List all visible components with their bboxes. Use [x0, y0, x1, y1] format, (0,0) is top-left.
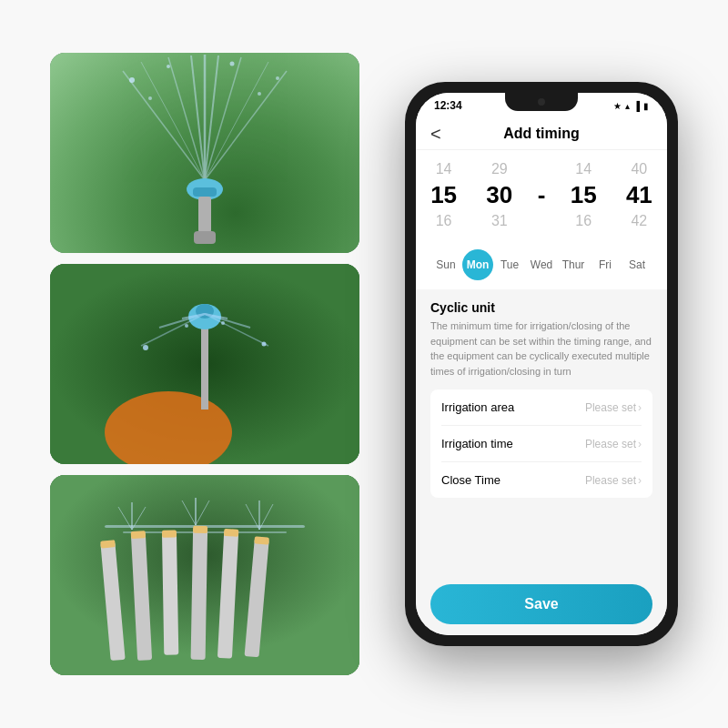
- svg-rect-57: [254, 536, 269, 544]
- end-minute-below: 42: [616, 213, 662, 229]
- svg-rect-11: [198, 197, 211, 233]
- days-row: Sun Mon Tue Wed Thur Fri Sat: [430, 249, 652, 280]
- close-time-row[interactable]: Close Time Please set ›: [441, 462, 642, 498]
- chevron-icon-1: ›: [638, 438, 642, 450]
- content-area: Cyclic unit The minimum time for irrigat…: [416, 289, 667, 573]
- svg-point-15: [230, 62, 235, 66]
- camera-dot: [538, 98, 545, 106]
- svg-point-31: [262, 342, 267, 347]
- spray-svg: [50, 53, 359, 253]
- day-sat[interactable]: Sat: [622, 249, 652, 280]
- svg-point-32: [185, 324, 188, 328]
- time-picker[interactable]: 14 29 14 40 15 30 - 15 41: [416, 150, 667, 240]
- svg-line-3: [191, 56, 205, 180]
- svg-rect-53: [193, 526, 207, 533]
- end-hour-above: 14: [561, 161, 606, 177]
- start-hour-active[interactable]: 15: [421, 181, 467, 209]
- photo-pipes-bot: [50, 475, 359, 675]
- day-mon[interactable]: Mon: [462, 249, 493, 280]
- irrigation-time-label: Irrigation time: [441, 437, 513, 450]
- day-fri[interactable]: Fri: [590, 249, 621, 280]
- svg-rect-12: [194, 231, 216, 244]
- start-hour-below: 16: [421, 213, 467, 229]
- svg-point-33: [221, 321, 225, 325]
- svg-rect-47: [100, 540, 116, 548]
- end-minute-active[interactable]: 41: [616, 181, 662, 209]
- svg-line-8: [205, 71, 287, 180]
- irrigation-time-row[interactable]: Irrigation time Please set ›: [441, 426, 642, 462]
- settings-list: Irrigation area Please set › Irrigation …: [430, 389, 652, 498]
- svg-point-13: [129, 77, 135, 83]
- signal-icon: ▐: [633, 101, 640, 111]
- phone-shell: 12:34 ★ ▴ ▐ ▮ < Add timing: [405, 82, 678, 646]
- svg-line-1: [141, 62, 205, 180]
- irrigation-area-row[interactable]: Irrigation area Please set ›: [441, 389, 642, 426]
- start-minute-below: 31: [477, 213, 522, 229]
- svg-point-18: [258, 92, 261, 96]
- days-section: Sun Mon Tue Wed Thur Fri Sat: [416, 240, 667, 289]
- wifi-icon: ▴: [625, 101, 630, 111]
- svg-line-5: [205, 56, 218, 180]
- bluetooth-icon: ★: [613, 101, 622, 111]
- photo-drip-mid: [50, 264, 359, 464]
- day-tue[interactable]: Tue: [494, 249, 525, 280]
- back-button[interactable]: <: [430, 124, 441, 145]
- close-time-value: Please set ›: [585, 474, 642, 487]
- cyclic-title: Cyclic unit: [430, 300, 652, 315]
- svg-rect-49: [131, 531, 146, 539]
- phone-mockup: 12:34 ★ ▴ ▐ ▮ < Add timing: [405, 82, 678, 646]
- svg-point-30: [143, 345, 148, 350]
- end-hour-active[interactable]: 15: [561, 181, 606, 209]
- battery-icon: ▮: [643, 101, 649, 111]
- day-thur[interactable]: Thur: [558, 249, 589, 280]
- irrigation-time-value: Please set ›: [585, 438, 642, 450]
- save-section: Save: [416, 573, 667, 635]
- end-hour-below: 16: [561, 213, 606, 229]
- mid-spray-svg: [50, 264, 359, 464]
- photo-sprinkler-top: [50, 53, 359, 253]
- svg-line-6: [205, 57, 241, 180]
- svg-rect-52: [191, 528, 208, 660]
- svg-rect-55: [224, 529, 238, 537]
- start-hour-above: 14: [421, 161, 467, 177]
- svg-rect-50: [162, 532, 178, 655]
- svg-line-0: [123, 71, 205, 180]
- time-row-above: 14 29 14 40: [416, 159, 667, 179]
- chevron-icon-2: ›: [638, 474, 642, 487]
- bot-pipes-svg: [50, 475, 359, 675]
- start-minute-active[interactable]: 30: [477, 181, 522, 209]
- irrigation-area-value: Please set ›: [585, 401, 642, 414]
- phone-screen: 12:34 ★ ▴ ▐ ▮ < Add timing: [416, 93, 667, 635]
- photos-column: [50, 53, 359, 675]
- svg-point-14: [167, 65, 170, 68]
- irrigation-area-label: Irrigation area: [441, 400, 514, 414]
- time-row-below: 16 31 16 42: [416, 211, 667, 231]
- day-wed[interactable]: Wed: [526, 249, 557, 280]
- save-button[interactable]: Save: [430, 584, 652, 624]
- cyclic-description: The minimum time for irrigation/closing …: [430, 318, 652, 379]
- svg-rect-10: [193, 187, 217, 197]
- status-icons: ★ ▴ ▐ ▮: [613, 101, 649, 111]
- header-title: Add timing: [503, 126, 580, 142]
- svg-rect-21: [201, 318, 208, 410]
- app-header: < Add timing: [416, 118, 667, 150]
- svg-line-2: [168, 57, 205, 180]
- main-container: 12:34 ★ ▴ ▐ ▮ < Add timing: [0, 0, 728, 728]
- chevron-icon-0: ›: [638, 401, 642, 414]
- svg-line-7: [205, 62, 268, 180]
- end-minute-above: 40: [616, 161, 662, 177]
- separator-active: -: [532, 181, 551, 209]
- svg-point-17: [148, 96, 152, 100]
- svg-point-16: [276, 76, 279, 80]
- time-row-active: 15 30 - 15 41: [416, 179, 667, 211]
- close-time-label: Close Time: [441, 473, 500, 487]
- start-minute-above: 29: [477, 161, 522, 177]
- status-time: 12:34: [434, 99, 462, 112]
- day-sun[interactable]: Sun: [430, 249, 461, 280]
- svg-rect-51: [162, 531, 177, 538]
